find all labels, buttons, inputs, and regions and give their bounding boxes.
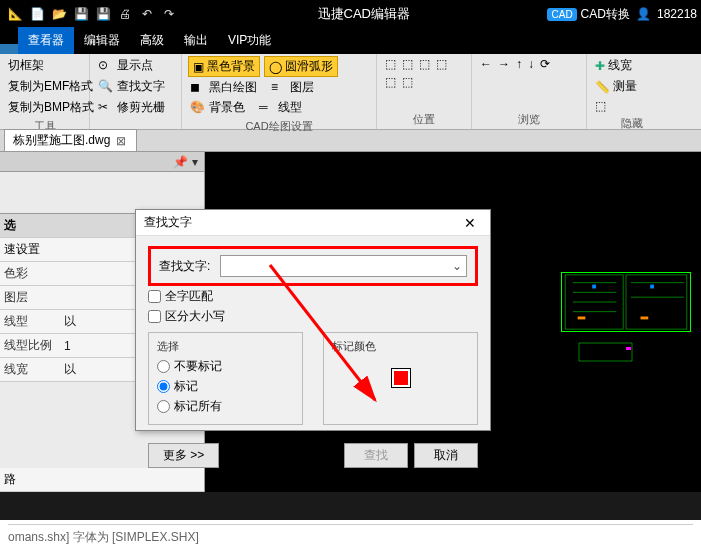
pos-icon-5[interactable]: ⬚ bbox=[383, 74, 398, 90]
status-text: omans.shx] 字体为 [SIMPLEX.SHX] bbox=[8, 524, 693, 546]
find-label: 查找文字: bbox=[159, 258, 210, 275]
ribbon-find-text[interactable]: 🔍查找文字 bbox=[96, 77, 175, 96]
panel-pin-icon[interactable]: 📌 bbox=[173, 155, 188, 169]
user-icon[interactable]: 👤 bbox=[636, 7, 651, 21]
title-bar: 📐 📄 📂 💾 💾 🖨 ↶ ↷ 迅捷CAD编辑器 CAD CAD转换 👤 182… bbox=[0, 0, 701, 28]
ribbon-group-hide: 隐藏 bbox=[593, 114, 671, 131]
pos-icon-4[interactable]: ⬚ bbox=[434, 56, 449, 72]
cad-badge: CAD bbox=[547, 8, 576, 21]
tab-viewer[interactable]: 查看器 bbox=[18, 27, 74, 54]
pos-icon-6[interactable]: ⬚ bbox=[400, 74, 415, 90]
tab-editor[interactable]: 编辑器 bbox=[74, 27, 130, 54]
app-icon: 📐 bbox=[6, 5, 24, 23]
find-text-dialog: 查找文字 ✕ 查找文字: ⌄ 全字匹配 区分大小写 选择 不要标记 标记 标记所… bbox=[135, 209, 491, 431]
radio-no-mark[interactable]: 不要标记 bbox=[157, 358, 294, 375]
cad-convert-link[interactable]: CAD转换 bbox=[581, 6, 630, 23]
pos-icon-3[interactable]: ⬚ bbox=[417, 56, 432, 72]
panel-menu-icon[interactable]: ▾ bbox=[192, 155, 198, 169]
ribbon-hide-icon[interactable]: ⬚ bbox=[593, 98, 671, 114]
svg-rect-9 bbox=[578, 317, 586, 320]
ribbon-layers[interactable]: ≡图层 bbox=[269, 78, 316, 97]
svg-rect-11 bbox=[592, 285, 596, 289]
save-icon[interactable]: 💾 bbox=[72, 5, 90, 23]
nav-left-icon[interactable]: ← bbox=[478, 56, 494, 72]
saveas-icon[interactable]: 💾 bbox=[94, 5, 112, 23]
ribbon-black-bg[interactable]: ▣黑色背景 bbox=[188, 56, 260, 77]
ribbon-smooth-arc[interactable]: ◯圆滑弧形 bbox=[264, 56, 338, 77]
panel-toolbar: 📌 ▾ bbox=[0, 152, 204, 172]
nav-down-icon[interactable]: ↓ bbox=[526, 56, 536, 72]
close-icon[interactable]: ⊠ bbox=[114, 134, 128, 148]
app-title: 迅捷CAD编辑器 bbox=[180, 5, 547, 23]
user-id: 182218 bbox=[657, 7, 697, 21]
nav-refresh-icon[interactable]: ⟳ bbox=[538, 56, 552, 72]
ribbon-lineweight[interactable]: ✚线宽 bbox=[593, 56, 671, 75]
tab-file[interactable] bbox=[0, 44, 18, 54]
svg-rect-12 bbox=[650, 285, 654, 289]
find-field-highlight: 查找文字: ⌄ bbox=[148, 246, 478, 286]
color-group-label: 标记颜色 bbox=[332, 339, 469, 354]
find-text-input[interactable]: ⌄ bbox=[220, 255, 467, 277]
ribbon-copy-emf[interactable]: 复制为EMF格式 bbox=[6, 77, 96, 96]
print-icon[interactable]: 🖨 bbox=[116, 5, 134, 23]
ribbon-bw-draw[interactable]: ◼黑白绘图 bbox=[188, 78, 259, 97]
radio-mark-all[interactable]: 标记所有 bbox=[157, 398, 294, 415]
select-group-label: 选择 bbox=[157, 339, 294, 354]
svg-rect-13 bbox=[578, 342, 633, 362]
ribbon-measure[interactable]: 📏测量 bbox=[593, 77, 671, 96]
find-button[interactable]: 查找 bbox=[344, 443, 408, 468]
ribbon-show-points[interactable]: ⊙显示点 bbox=[96, 56, 175, 75]
minimap-preview-2 bbox=[578, 342, 633, 362]
status-bar: omans.shx] 字体为 [SIMPLEX.SHX] bbox=[0, 520, 701, 555]
ribbon-group-cad-settings: CAD绘图设置 bbox=[188, 117, 370, 134]
new-icon[interactable]: 📄 bbox=[28, 5, 46, 23]
mark-color-swatch[interactable] bbox=[391, 368, 411, 388]
ribbon-copy-bmp[interactable]: 复制为BMP格式 bbox=[6, 98, 96, 117]
tab-vip[interactable]: VIP功能 bbox=[218, 27, 281, 54]
document-tab-label: 栋别墅施工图.dwg bbox=[13, 132, 110, 149]
undo-icon[interactable]: ↶ bbox=[138, 5, 156, 23]
svg-rect-10 bbox=[641, 317, 649, 320]
tab-advanced[interactable]: 高级 bbox=[130, 27, 174, 54]
match-case-checkbox[interactable]: 区分大小写 bbox=[148, 308, 478, 325]
dialog-close-button[interactable]: ✕ bbox=[458, 215, 482, 231]
dialog-title: 查找文字 bbox=[144, 214, 192, 231]
pos-icon-2[interactable]: ⬚ bbox=[400, 56, 415, 72]
ribbon: 切框架 复制为EMF格式 复制为BMP格式 工具 ⊙显示点 🔍查找文字 ✂修剪光… bbox=[0, 54, 701, 130]
ribbon-linetype[interactable]: ═线型 bbox=[257, 98, 304, 117]
whole-word-checkbox[interactable]: 全字匹配 bbox=[148, 288, 478, 305]
document-tab[interactable]: 栋别墅施工图.dwg ⊠ bbox=[4, 129, 137, 152]
redo-icon[interactable]: ↷ bbox=[160, 5, 178, 23]
svg-rect-15 bbox=[626, 347, 631, 350]
minimap-preview bbox=[561, 272, 691, 332]
ribbon-clip-frame[interactable]: 切框架 bbox=[6, 56, 96, 75]
more-button[interactable]: 更多 >> bbox=[148, 443, 219, 468]
cancel-button[interactable]: 取消 bbox=[414, 443, 478, 468]
ribbon-trim-raster[interactable]: ✂修剪光栅 bbox=[96, 98, 175, 117]
tab-output[interactable]: 输出 bbox=[174, 27, 218, 54]
ribbon-group-position: 位置 bbox=[383, 110, 465, 127]
pos-icon-1[interactable]: ⬚ bbox=[383, 56, 398, 72]
radio-mark[interactable]: 标记 bbox=[157, 378, 294, 395]
text-cursor bbox=[366, 468, 368, 484]
chevron-down-icon[interactable]: ⌄ bbox=[452, 259, 462, 273]
ribbon-group-browse: 浏览 bbox=[478, 110, 580, 127]
open-icon[interactable]: 📂 bbox=[50, 5, 68, 23]
nav-right-icon[interactable]: → bbox=[496, 56, 512, 72]
nav-up-icon[interactable]: ↑ bbox=[514, 56, 524, 72]
ribbon-bg-color[interactable]: 🎨背景色 bbox=[188, 98, 247, 117]
ribbon-tabs: 查看器 编辑器 高级 输出 VIP功能 bbox=[0, 28, 701, 54]
